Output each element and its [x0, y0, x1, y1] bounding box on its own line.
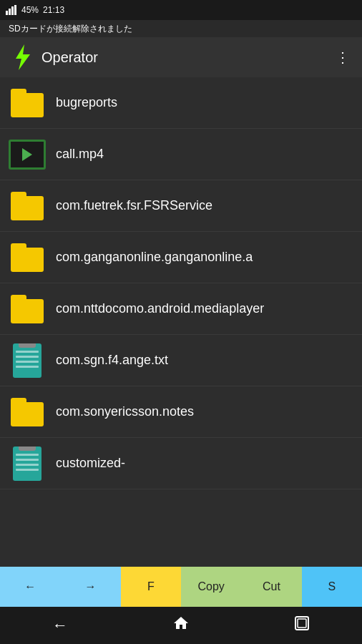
svg-rect-3 — [14, 5, 16, 15]
video-icon — [9, 136, 46, 173]
bottom-toolbar: ← → F Copy Cut S — [0, 567, 362, 607]
f-button[interactable]: F — [121, 567, 181, 607]
battery-text: 45% — [21, 5, 39, 15]
folder-icon — [9, 291, 46, 328]
home-icon — [172, 615, 190, 632]
file-name: com.ganganonline.ganganonline.a — [56, 249, 253, 265]
file-name: call.mp4 — [56, 146, 104, 162]
list-item[interactable]: com.nttdocomo.android.mediaplayer — [0, 283, 362, 335]
list-item[interactable]: com.ganganonline.ganganonline.a — [0, 232, 362, 283]
list-item[interactable]: bugreports — [0, 77, 362, 129]
status-left: 45% 21:13 — [6, 5, 356, 15]
folder-icon — [9, 187, 46, 225]
file-list: bugreports call.mp4 com.fuetrek.fsr.FSRS… — [0, 77, 362, 567]
status-bar: 45% 21:13 — [0, 0, 362, 20]
file-name: customized- — [56, 455, 125, 472]
notification-bar: SDカードが接続解除されました — [0, 20, 362, 37]
recent-apps-icon — [294, 615, 310, 631]
notepad-icon — [9, 445, 46, 482]
list-item[interactable]: call.mp4 — [0, 129, 362, 180]
home-nav-button[interactable] — [158, 609, 204, 642]
app-logo — [9, 44, 34, 70]
folder-icon — [9, 84, 46, 122]
s-button[interactable]: S — [302, 567, 362, 607]
app-toolbar: Operator ⋮ — [0, 37, 362, 77]
list-item[interactable]: com.fuetrek.fsr.FSRService — [0, 180, 362, 232]
notification-text: SDカードが接続解除されました — [9, 23, 132, 35]
folder-icon — [9, 239, 46, 276]
back-button[interactable]: ← — [0, 567, 60, 607]
list-item[interactable]: com.sonyericsson.notes — [0, 386, 362, 438]
svg-rect-1 — [9, 9, 11, 15]
cut-button[interactable]: Cut — [241, 567, 301, 607]
recent-nav-button[interactable] — [280, 610, 324, 641]
app-title: Operator — [41, 49, 333, 66]
list-item[interactable]: customized- — [0, 438, 362, 489]
nav-bar: ← — [0, 607, 362, 644]
file-name: com.sonyericsson.notes — [56, 404, 194, 420]
svg-rect-6 — [298, 619, 306, 628]
lightning-icon — [10, 44, 33, 70]
notepad-icon — [9, 342, 46, 379]
list-item[interactable]: com.sgn.f4.ange.txt — [0, 335, 362, 386]
file-name: com.nttdocomo.android.mediaplayer — [56, 301, 264, 317]
copy-button[interactable]: Copy — [181, 567, 241, 607]
overflow-menu-icon[interactable]: ⋮ — [333, 46, 353, 69]
file-name: bugreports — [56, 94, 117, 111]
forward-button[interactable]: → — [60, 567, 120, 607]
file-name: com.sgn.f4.ange.txt — [56, 352, 168, 369]
back-nav-button[interactable]: ← — [38, 610, 82, 640]
file-name: com.fuetrek.fsr.FSRService — [56, 197, 212, 214]
svg-rect-0 — [6, 11, 8, 15]
svg-marker-4 — [16, 44, 30, 70]
signal-icon — [6, 5, 17, 15]
svg-rect-2 — [11, 6, 14, 15]
folder-icon — [9, 394, 46, 431]
time-text: 21:13 — [43, 5, 64, 15]
